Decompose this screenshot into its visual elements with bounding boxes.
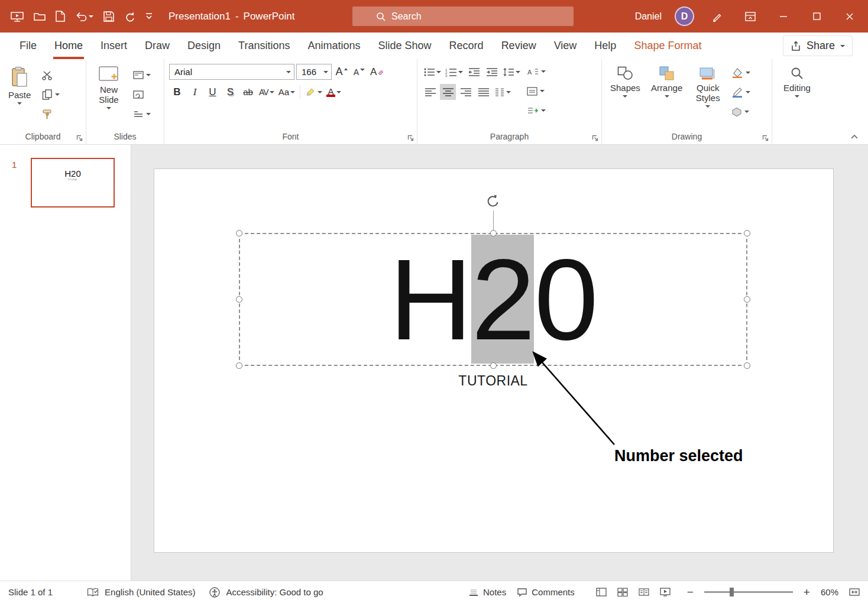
decrease-indent-button[interactable] [466,64,482,80]
resize-handle-s[interactable] [490,362,497,369]
tab-draw[interactable]: Draw [136,33,179,59]
new-file-button[interactable] [56,11,65,22]
align-left-button[interactable] [422,84,438,100]
customize-quick-access-icon[interactable] [145,12,153,20]
slide[interactable]: H20 TUTORIAL Number selected [154,168,834,553]
grow-font-button[interactable]: A [333,64,349,80]
zoom-level[interactable]: 60% [821,587,838,597]
tab-view[interactable]: View [545,33,586,59]
new-slide-button[interactable]: New Slide [91,64,127,121]
layout-button[interactable] [131,69,153,82]
slide-sorter-view-button[interactable] [617,588,628,596]
paste-button[interactable]: Paste [5,64,34,121]
tab-review[interactable]: Review [493,33,545,59]
increase-indent-button[interactable] [484,64,500,80]
align-center-button[interactable] [440,84,456,100]
text-direction-button[interactable]: A [525,65,548,78]
tab-file[interactable]: File [11,33,46,59]
font-color-dropdown-icon[interactable] [336,91,341,93]
drawing-dialog-launcher[interactable] [762,135,769,141]
section-dropdown-icon[interactable] [146,113,151,115]
collapse-ribbon-button[interactable] [850,134,859,140]
clipboard-dialog-launcher[interactable] [76,135,83,141]
numbering-button[interactable]: 123 [444,64,464,80]
font-dialog-launcher[interactable] [407,135,414,141]
notes-toggle-button[interactable]: Notes [468,587,506,597]
redo-button[interactable] [124,11,135,22]
tab-slide-show[interactable]: Slide Show [370,33,441,59]
shape-fill-button[interactable] [730,66,752,79]
share-button[interactable]: Share [783,35,853,56]
slide-subtitle-text[interactable]: TUTORIAL [458,373,527,389]
selected-text[interactable]: 2 [471,235,534,364]
resize-handle-w[interactable] [236,296,242,303]
zoom-in-button[interactable]: + [804,586,810,599]
paragraph-dialog-launcher[interactable] [592,135,598,141]
font-size-dropdown-icon[interactable] [323,71,328,73]
save-button[interactable] [103,11,114,22]
arrange-dropdown-icon[interactable] [665,95,669,98]
slide-indicator[interactable]: Slide 1 of 1 [8,587,53,597]
tab-insert[interactable]: Insert [92,33,136,59]
slide-title-text[interactable]: H20 [389,239,597,360]
zoom-out-button[interactable]: − [687,586,694,599]
clear-formatting-button[interactable]: A [369,64,385,80]
search-input[interactable]: Search [352,7,574,26]
resize-handle-n[interactable] [490,230,497,236]
minimize-button[interactable] [773,5,793,28]
tab-shape-format[interactable]: Shape Format [625,33,710,59]
reading-view-button[interactable] [639,588,649,596]
arrange-button[interactable]: Arrange [647,64,686,118]
resize-handle-e[interactable] [744,296,750,303]
section-button[interactable] [131,108,153,121]
character-spacing-button[interactable]: AV [258,84,276,100]
shape-effects-button[interactable] [730,105,752,118]
layout-dropdown-icon[interactable] [146,74,151,76]
italic-button[interactable]: I [187,84,203,100]
cut-button[interactable] [40,69,61,82]
tab-animations[interactable]: Animations [299,33,369,59]
bullets-button[interactable] [422,64,442,80]
text-before-selection[interactable]: H [389,235,471,364]
reset-slide-button[interactable] [131,88,153,101]
change-case-button[interactable]: Aa [277,84,296,100]
shape-outline-button[interactable] [730,86,752,99]
tab-design[interactable]: Design [179,33,229,59]
tab-help[interactable]: Help [585,33,625,59]
title-textbox[interactable]: H20 [239,233,747,366]
underline-button[interactable]: U [205,84,221,100]
font-family-select[interactable]: Arial [169,64,294,80]
strikethrough-button[interactable]: ab [240,84,256,100]
columns-button[interactable] [493,84,512,100]
font-size-select[interactable]: 166 [296,64,332,80]
language-selector[interactable]: English (United States) [105,587,195,597]
resize-handle-se[interactable] [744,362,750,369]
comments-toggle-button[interactable]: Comments [517,587,575,597]
undo-dropdown-icon[interactable] [89,15,93,18]
copy-button[interactable] [40,88,61,101]
close-button[interactable] [840,5,860,28]
font-family-dropdown-icon[interactable] [286,71,291,73]
shapes-button[interactable]: Shapes [607,64,644,118]
text-after-selection[interactable]: 0 [534,235,597,364]
tab-record[interactable]: Record [441,33,493,59]
zoom-slider-thumb[interactable] [730,588,734,596]
user-name[interactable]: Daniel [635,11,662,22]
open-file-button[interactable] [34,12,46,21]
rotate-handle[interactable] [485,194,501,209]
shrink-font-button[interactable]: A [351,64,367,80]
annotation-text[interactable]: Number selected [614,447,743,465]
format-painter-button[interactable] [40,108,61,121]
maximize-button[interactable] [807,5,827,28]
ink-pen-icon[interactable] [707,5,727,28]
align-text-button[interactable] [525,85,548,98]
font-color-button[interactable]: A [325,84,342,100]
resize-handle-sw[interactable] [236,362,242,369]
ribbon-display-options-icon[interactable] [740,5,760,28]
shapes-dropdown-icon[interactable] [623,95,627,98]
text-highlight-button[interactable] [304,84,323,100]
normal-view-button[interactable] [596,588,607,596]
slide-thumbnail[interactable]: H20 TUTORIAL [31,158,115,208]
justify-button[interactable] [475,84,491,100]
slideshow-view-button[interactable] [660,588,671,596]
